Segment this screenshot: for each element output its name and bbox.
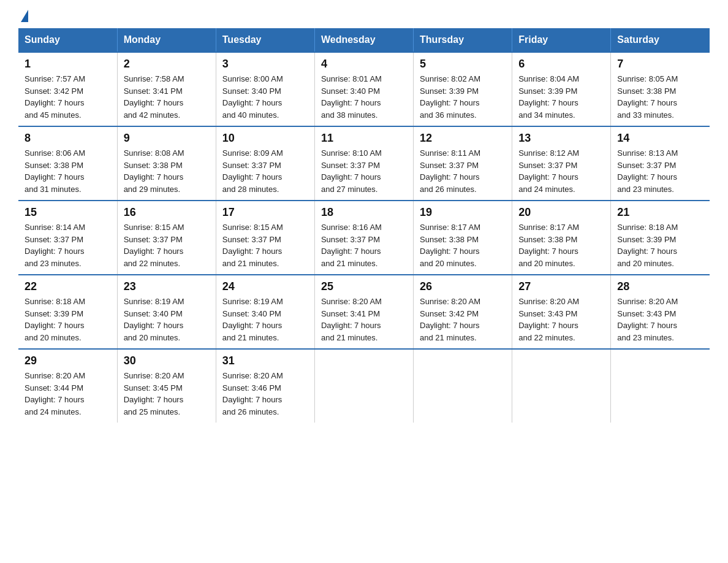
calendar-cell: 20Sunrise: 8:17 AM Sunset: 3:38 PM Dayli…: [512, 201, 611, 275]
calendar-cell: 3Sunrise: 8:00 AM Sunset: 3:40 PM Daylig…: [216, 52, 314, 126]
day-number: 25: [321, 280, 407, 293]
day-number: 12: [420, 132, 506, 145]
calendar-header-row: SundayMondayTuesdayWednesdayThursdayFrid…: [18, 28, 710, 52]
calendar-cell: 17Sunrise: 8:15 AM Sunset: 3:37 PM Dayli…: [216, 201, 314, 275]
calendar-cell: 29Sunrise: 8:20 AM Sunset: 3:44 PM Dayli…: [18, 349, 117, 423]
day-number: 21: [617, 206, 703, 219]
day-number: 8: [25, 132, 111, 145]
calendar-week-row: 15Sunrise: 8:14 AM Sunset: 3:37 PM Dayli…: [18, 201, 710, 275]
calendar-cell: 9Sunrise: 8:08 AM Sunset: 3:38 PM Daylig…: [117, 126, 216, 201]
calendar-cell: 18Sunrise: 8:16 AM Sunset: 3:37 PM Dayli…: [314, 201, 413, 275]
calendar-cell: 22Sunrise: 8:18 AM Sunset: 3:39 PM Dayli…: [18, 275, 117, 349]
calendar-cell: 10Sunrise: 8:09 AM Sunset: 3:37 PM Dayli…: [216, 126, 314, 201]
day-info: Sunrise: 8:19 AM Sunset: 3:40 PM Dayligh…: [124, 296, 210, 343]
day-info: Sunrise: 8:20 AM Sunset: 3:45 PM Dayligh…: [124, 370, 210, 418]
day-info: Sunrise: 7:58 AM Sunset: 3:41 PM Dayligh…: [124, 73, 210, 121]
logo: [18, 12, 28, 22]
day-number: 24: [222, 280, 308, 293]
calendar-cell: 4Sunrise: 8:01 AM Sunset: 3:40 PM Daylig…: [314, 52, 413, 126]
calendar-cell: 15Sunrise: 8:14 AM Sunset: 3:37 PM Dayli…: [18, 201, 117, 275]
calendar-week-row: 29Sunrise: 8:20 AM Sunset: 3:44 PM Dayli…: [18, 349, 710, 423]
calendar-cell: 27Sunrise: 8:20 AM Sunset: 3:43 PM Dayli…: [512, 275, 611, 349]
day-number: 16: [124, 206, 210, 219]
day-info: Sunrise: 8:05 AM Sunset: 3:38 PM Dayligh…: [617, 73, 703, 121]
day-info: Sunrise: 8:18 AM Sunset: 3:39 PM Dayligh…: [25, 296, 111, 343]
day-info: Sunrise: 8:16 AM Sunset: 3:37 PM Dayligh…: [321, 221, 407, 269]
calendar-cell: 30Sunrise: 8:20 AM Sunset: 3:45 PM Dayli…: [117, 349, 216, 423]
calendar-cell: 31Sunrise: 8:20 AM Sunset: 3:46 PM Dayli…: [216, 349, 314, 423]
calendar-cell: 16Sunrise: 8:15 AM Sunset: 3:37 PM Dayli…: [117, 201, 216, 275]
day-number: 31: [222, 354, 308, 367]
header-friday: Friday: [512, 28, 611, 52]
header-monday: Monday: [117, 28, 216, 52]
day-number: 9: [124, 132, 210, 145]
day-info: Sunrise: 8:09 AM Sunset: 3:37 PM Dayligh…: [222, 147, 308, 195]
day-info: Sunrise: 8:14 AM Sunset: 3:37 PM Dayligh…: [25, 221, 111, 269]
day-number: 14: [617, 132, 703, 145]
calendar-cell: 7Sunrise: 8:05 AM Sunset: 3:38 PM Daylig…: [611, 52, 710, 126]
day-info: Sunrise: 8:17 AM Sunset: 3:38 PM Dayligh…: [420, 221, 506, 269]
day-info: Sunrise: 8:20 AM Sunset: 3:44 PM Dayligh…: [25, 370, 111, 418]
header-wednesday: Wednesday: [314, 28, 413, 52]
calendar-cell: [611, 349, 710, 423]
calendar-cell: 11Sunrise: 8:10 AM Sunset: 3:37 PM Dayli…: [314, 126, 413, 201]
calendar-cell: 1Sunrise: 7:57 AM Sunset: 3:42 PM Daylig…: [18, 52, 117, 126]
day-number: 20: [518, 206, 604, 219]
day-number: 22: [25, 280, 111, 293]
day-info: Sunrise: 8:01 AM Sunset: 3:40 PM Dayligh…: [321, 73, 407, 121]
day-number: 13: [518, 132, 604, 145]
day-number: 5: [420, 58, 506, 71]
day-info: Sunrise: 8:06 AM Sunset: 3:38 PM Dayligh…: [25, 147, 111, 195]
day-number: 7: [617, 58, 703, 71]
day-number: 3: [222, 58, 308, 71]
calendar-cell: 14Sunrise: 8:13 AM Sunset: 3:37 PM Dayli…: [611, 126, 710, 201]
day-number: 1: [25, 58, 111, 71]
day-number: 6: [518, 58, 604, 71]
day-number: 17: [222, 206, 308, 219]
day-info: Sunrise: 8:15 AM Sunset: 3:37 PM Dayligh…: [222, 221, 308, 269]
header-sunday: Sunday: [18, 28, 117, 52]
day-info: Sunrise: 8:12 AM Sunset: 3:37 PM Dayligh…: [518, 147, 604, 195]
calendar-cell: 19Sunrise: 8:17 AM Sunset: 3:38 PM Dayli…: [414, 201, 512, 275]
calendar-week-row: 1Sunrise: 7:57 AM Sunset: 3:42 PM Daylig…: [18, 52, 710, 126]
header-tuesday: Tuesday: [216, 28, 314, 52]
day-info: Sunrise: 8:10 AM Sunset: 3:37 PM Dayligh…: [321, 147, 407, 195]
header-thursday: Thursday: [414, 28, 512, 52]
page-header: [18, 12, 710, 22]
day-info: Sunrise: 8:20 AM Sunset: 3:46 PM Dayligh…: [222, 370, 308, 418]
day-number: 18: [321, 206, 407, 219]
day-number: 15: [25, 206, 111, 219]
calendar-cell: 6Sunrise: 8:04 AM Sunset: 3:39 PM Daylig…: [512, 52, 611, 126]
day-info: Sunrise: 8:02 AM Sunset: 3:39 PM Dayligh…: [420, 73, 506, 121]
day-info: Sunrise: 7:57 AM Sunset: 3:42 PM Dayligh…: [25, 73, 111, 121]
day-number: 23: [124, 280, 210, 293]
day-number: 4: [321, 58, 407, 71]
calendar-cell: 8Sunrise: 8:06 AM Sunset: 3:38 PM Daylig…: [18, 126, 117, 201]
calendar-cell: 2Sunrise: 7:58 AM Sunset: 3:41 PM Daylig…: [117, 52, 216, 126]
header-saturday: Saturday: [611, 28, 710, 52]
calendar-cell: 24Sunrise: 8:19 AM Sunset: 3:40 PM Dayli…: [216, 275, 314, 349]
day-number: 27: [518, 280, 604, 293]
calendar-week-row: 22Sunrise: 8:18 AM Sunset: 3:39 PM Dayli…: [18, 275, 710, 349]
calendar-cell: [512, 349, 611, 423]
day-info: Sunrise: 8:19 AM Sunset: 3:40 PM Dayligh…: [222, 296, 308, 343]
calendar-week-row: 8Sunrise: 8:06 AM Sunset: 3:38 PM Daylig…: [18, 126, 710, 201]
calendar-cell: [314, 349, 413, 423]
calendar-cell: 21Sunrise: 8:18 AM Sunset: 3:39 PM Dayli…: [611, 201, 710, 275]
calendar-cell: 26Sunrise: 8:20 AM Sunset: 3:42 PM Dayli…: [414, 275, 512, 349]
day-info: Sunrise: 8:17 AM Sunset: 3:38 PM Dayligh…: [518, 221, 604, 269]
day-info: Sunrise: 8:13 AM Sunset: 3:37 PM Dayligh…: [617, 147, 703, 195]
calendar-cell: 25Sunrise: 8:20 AM Sunset: 3:41 PM Dayli…: [314, 275, 413, 349]
day-number: 26: [420, 280, 506, 293]
calendar-cell: [414, 349, 512, 423]
day-info: Sunrise: 8:20 AM Sunset: 3:43 PM Dayligh…: [617, 296, 703, 343]
logo-triangle-icon: [21, 10, 28, 22]
day-info: Sunrise: 8:04 AM Sunset: 3:39 PM Dayligh…: [518, 73, 604, 121]
day-info: Sunrise: 8:20 AM Sunset: 3:42 PM Dayligh…: [420, 296, 506, 343]
calendar-cell: 12Sunrise: 8:11 AM Sunset: 3:37 PM Dayli…: [414, 126, 512, 201]
day-info: Sunrise: 8:20 AM Sunset: 3:43 PM Dayligh…: [518, 296, 604, 343]
day-info: Sunrise: 8:00 AM Sunset: 3:40 PM Dayligh…: [222, 73, 308, 121]
calendar-cell: 5Sunrise: 8:02 AM Sunset: 3:39 PM Daylig…: [414, 52, 512, 126]
calendar-table: SundayMondayTuesdayWednesdayThursdayFrid…: [18, 28, 710, 423]
day-number: 19: [420, 206, 506, 219]
